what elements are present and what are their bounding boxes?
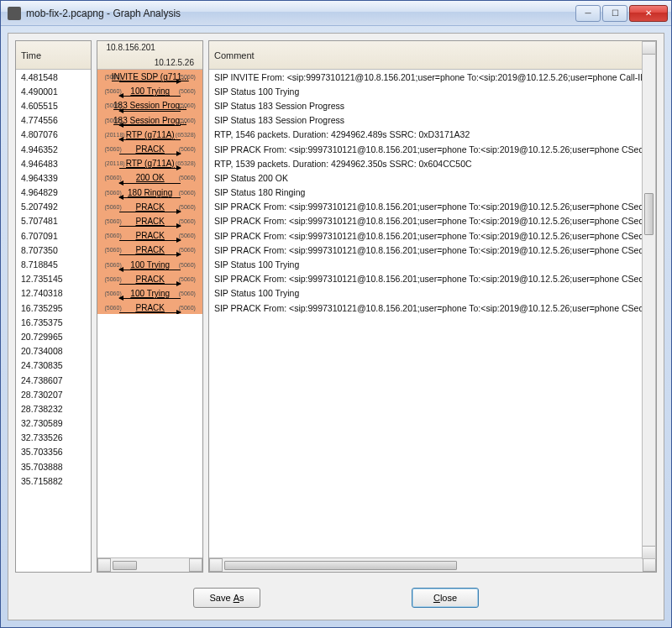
time-cell[interactable]: 8.718845: [16, 257, 91, 271]
comment-cell[interactable]: SIP Status 200 OK: [209, 170, 656, 185]
comment-cell[interactable]: SIP Status 100 Trying: [209, 257, 656, 271]
time-cell[interactable]: 4.605515: [16, 98, 91, 113]
time-cell[interactable]: 35.715882: [16, 474, 91, 488]
time-cell[interactable]: 12.735145: [16, 272, 91, 286]
time-cell[interactable]: 16.735295: [16, 301, 91, 315]
flow-arrow[interactable]: (20118)RTP (g711A)(65328): [97, 156, 202, 170]
scroll-thumb[interactable]: [113, 561, 137, 570]
app-window: mob-fix-2.pcapng - Graph Analysis ─ ☐ ✕ …: [0, 0, 672, 628]
time-cell[interactable]: 16.735375: [16, 315, 91, 329]
comment-cell[interactable]: SIP PRACK From: <sip:9997310121@10.8.156…: [209, 200, 656, 214]
flow-arrow[interactable]: (5060)PRACK(5060): [97, 200, 202, 214]
flow-label: INVITE SDP (g711...: [112, 72, 189, 81]
time-cell[interactable]: 4.481548: [16, 70, 91, 84]
flow-hscrollbar[interactable]: [97, 557, 202, 572]
flow-arrow[interactable]: (5060)PRACK(5060): [97, 301, 202, 314]
port-left: (5060): [104, 247, 121, 253]
time-cell[interactable]: 24.730835: [16, 358, 91, 373]
comment-header-label: Comment: [214, 50, 255, 60]
comment-cell[interactable]: SIP PRACK From: <sip:9997310121@10.8.156…: [209, 301, 656, 314]
flow-panel: 10.8.156.201 10.12.5.26 (5060)INVITE SDP…: [97, 40, 202, 573]
time-cell[interactable]: 4.807076: [16, 128, 91, 142]
flow-arrow[interactable]: (5060)100 Trying(5060): [97, 257, 202, 271]
comment-cell[interactable]: SIP PRACK From: <sip:9997310121@10.8.156…: [209, 214, 656, 228]
time-cell[interactable]: 5.207492: [16, 200, 91, 214]
time-cell[interactable]: 4.946352: [16, 142, 91, 156]
comment-cell[interactable]: SIP PRACK From: <sip:9997310121@10.8.156…: [209, 243, 656, 257]
maximize-button[interactable]: ☐: [602, 5, 627, 22]
comment-cell[interactable]: RTP, 1546 packets. Duration: 4294962.489…: [209, 128, 656, 142]
time-cell[interactable]: 5.707481: [16, 214, 91, 228]
titlebar[interactable]: mob-fix-2.pcapng - Graph Analysis ─ ☐ ✕: [1, 1, 671, 26]
port-left: (5060): [104, 276, 121, 282]
comment-cell[interactable]: SIP PRACK From: <sip:9997310121@10.8.156…: [209, 272, 656, 286]
flow-label: RTP (g711A): [126, 159, 175, 168]
flow-arrow[interactable]: (5060)PRACK(5060): [97, 142, 202, 156]
scroll-thumb[interactable]: [644, 193, 654, 235]
flow-label: PRACK: [135, 217, 164, 226]
comment-panel: Comment SIP INVITE From: <sip:9997310121…: [208, 40, 657, 573]
comment-cell[interactable]: RTP, 1539 packets. Duration: 4294962.350…: [209, 156, 656, 170]
arrow-line: [119, 139, 180, 140]
flow-arrow[interactable]: (5060)PRACK(5060): [97, 243, 202, 257]
comment-cell[interactable]: SIP Status 100 Trying: [209, 84, 656, 98]
port-right: (5060): [179, 190, 196, 196]
flow-arrow[interactable]: (5060)100 Trying(5060): [97, 286, 202, 301]
time-cell[interactable]: 35.703356: [16, 445, 91, 459]
time-cell[interactable]: 20.729965: [16, 329, 91, 343]
flow-arrow[interactable]: (5060)PRACK(5060): [97, 214, 202, 228]
comment-hscrollbar[interactable]: [209, 557, 656, 572]
time-cell[interactable]: 4.490001: [16, 84, 91, 98]
flow-label: 200 OK: [136, 173, 165, 182]
flow-label: PRACK: [135, 202, 164, 212]
close-button[interactable]: Close: [412, 588, 479, 608]
comment-cell[interactable]: SIP Status 183 Session Progress: [209, 113, 656, 128]
comment-cell[interactable]: SIP Status 100 Trying: [209, 286, 656, 301]
time-cell[interactable]: 32.733526: [16, 431, 91, 445]
flow-arrow[interactable]: (5060)180 Ringing(5060): [97, 186, 202, 200]
time-cell[interactable]: 28.730207: [16, 387, 91, 401]
arrow-line: [119, 125, 180, 126]
port-left: (5060): [104, 218, 121, 224]
time-cell[interactable]: 28.738232: [16, 401, 91, 416]
flow-arrow[interactable]: (5060)100 Trying(5060): [97, 84, 202, 98]
port-right: (65328): [176, 132, 196, 138]
window-close-button[interactable]: ✕: [629, 5, 668, 22]
time-cell[interactable]: 8.707350: [16, 243, 91, 257]
comment-cell[interactable]: SIP Status 183 Session Progress: [209, 98, 656, 113]
time-cell[interactable]: 24.738607: [16, 373, 91, 387]
flow-arrow[interactable]: (5060)183 Session Prog...(5060): [97, 113, 202, 128]
save-as-button[interactable]: Save As: [193, 588, 260, 608]
flow-arrow[interactable]: (20118)RTP (g711A)(65328): [97, 128, 202, 142]
comment-cell[interactable]: SIP PRACK From: <sip:9997310121@10.8.156…: [209, 228, 656, 243]
scroll-thumb[interactable]: [224, 561, 457, 570]
comment-cell[interactable]: SIP Status 180 Ringing: [209, 186, 656, 200]
arrow-line: [119, 298, 180, 299]
flow-header[interactable]: 10.8.156.201 10.12.5.26: [97, 41, 202, 70]
time-cell[interactable]: 4.774556: [16, 113, 91, 128]
flow-label: 180 Ringing: [128, 188, 172, 197]
comment-header[interactable]: Comment: [209, 41, 656, 70]
flow-arrow[interactable]: (5060)PRACK(5060): [97, 272, 202, 286]
time-cell[interactable]: 32.730589: [16, 416, 91, 431]
time-cell[interactable]: 4.946483: [16, 156, 91, 170]
address-left: 10.8.156.201: [106, 43, 155, 52]
time-cell[interactable]: 20.734008: [16, 344, 91, 358]
flow-arrow[interactable]: (5060)INVITE SDP (g711...(5060): [97, 70, 202, 84]
comment-cell[interactable]: SIP INVITE From: <sip:9997310121@10.8.15…: [209, 70, 656, 84]
vertical-scrollbar[interactable]: [642, 41, 656, 559]
time-cell[interactable]: 35.703888: [16, 459, 91, 474]
minimize-button[interactable]: ─: [575, 5, 601, 22]
time-cell[interactable]: 12.740318: [16, 286, 91, 301]
flow-arrow[interactable]: (5060)183 Session Prog...(5060): [97, 98, 202, 113]
time-cell[interactable]: 4.964829: [16, 186, 91, 200]
flow-arrow[interactable]: (5060)200 OK(5060): [97, 170, 202, 185]
time-header[interactable]: Time: [16, 41, 91, 70]
time-cell[interactable]: 4.964339: [16, 170, 91, 185]
flow-label: PRACK: [135, 231, 164, 240]
comment-cell[interactable]: SIP PRACK From: <sip:9997310121@10.8.156…: [209, 142, 656, 156]
time-cell[interactable]: 6.707091: [16, 228, 91, 243]
arrow-line: [119, 183, 180, 184]
flow-label: 183 Session Prog...: [113, 116, 186, 125]
flow-arrow[interactable]: (5060)PRACK(5060): [97, 228, 202, 243]
